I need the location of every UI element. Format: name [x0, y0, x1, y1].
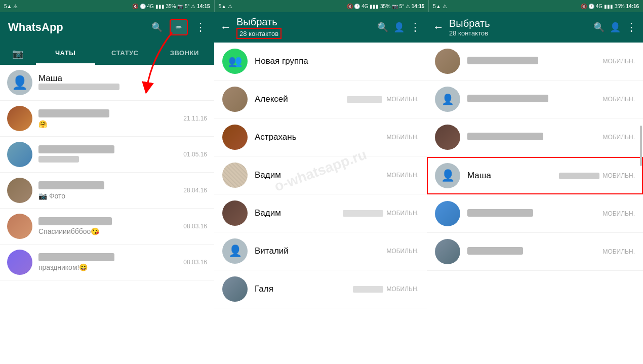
contact-info: Маша МОБИЛЬН. — [467, 171, 635, 181]
avatar: 👤 — [435, 87, 460, 112]
status-left-3: 5▲ ⚠ — [433, 4, 447, 9]
contact-item[interactable]: Галя МОБИЛЬН. — [214, 270, 427, 308]
contact-type: МОБИЛЬН. — [602, 248, 635, 255]
contact-list-2: МОБИЛЬН. 👤 МОБИЛЬН. МОБИЛЬН. — [427, 43, 643, 364]
contact-item[interactable]: МОБИЛЬН. — [427, 195, 643, 233]
avatar: 👤 — [222, 238, 248, 264]
chat-name — [38, 145, 177, 156]
chat-item[interactable]: 🤗 21.11.16 — [0, 101, 214, 137]
contact-info: МОБИЛЬН. — [467, 209, 635, 219]
contact-info: МОБИЛЬН. — [467, 247, 635, 257]
contact-type: МОБИЛЬН. — [386, 286, 419, 293]
scrollbar[interactable] — [640, 65, 642, 364]
contact-item[interactable]: 👤 Виталий МОБИЛЬН. — [214, 232, 427, 270]
chat-content: 🤗 — [38, 109, 177, 128]
contact-info: МОБИЛЬН. — [467, 57, 635, 66]
contact-info: МОБИЛЬН. — [467, 95, 635, 104]
contact-name: Вадим — [255, 208, 343, 218]
avatar — [7, 214, 32, 239]
chat-list: 👤 Маша 🤗 21.11.16 — [0, 65, 214, 364]
contacts-count-2: 28 контактов — [449, 29, 588, 37]
tab-status[interactable]: СТАТУС — [95, 43, 155, 65]
status-left-1: 5▲ ⚠ — [4, 4, 18, 9]
more-icon-2[interactable]: ⋮ — [626, 21, 637, 34]
select-title-2: Выбрать — [449, 18, 588, 29]
select-title: Выбрать — [236, 16, 372, 28]
chat-time: 01.05.16 — [183, 151, 207, 158]
chat-content: Спасиииибббоо😘 — [38, 217, 177, 235]
tab-camera[interactable]: 📷 — [0, 43, 36, 65]
chat-item[interactable]: 👤 Маша — [0, 65, 214, 101]
chat-name — [38, 109, 177, 120]
contact-type: МОБИЛЬН. — [602, 58, 635, 65]
avatar — [222, 200, 248, 226]
search-icon[interactable]: 🔍 — [377, 22, 388, 33]
chat-preview: 📷 Фото — [38, 192, 177, 200]
status-right-2: 🔇 🕐 4G ▮▮▮ 35% 📷 5° ⚠ 14:15 — [347, 4, 425, 9]
avatar — [222, 276, 248, 302]
search-icon[interactable]: 🔍 — [151, 22, 163, 33]
back-button-2[interactable]: ← — [433, 21, 444, 34]
contact-name: Вадим — [255, 170, 386, 180]
tab-calls[interactable]: ЗВОНКИ — [155, 43, 215, 65]
header-icons: 🔍 ✏ ⋮ — [151, 19, 206, 35]
contact-item[interactable]: Вадим МОБИЛЬН. — [214, 194, 427, 232]
select-header: ← Выбрать 28 контактов 🔍 👤 ⋮ — [214, 12, 427, 43]
chat-name — [38, 253, 177, 263]
chat-content: праздником!😄 — [38, 253, 177, 271]
contact-item[interactable]: МОБИЛЬН. — [427, 43, 643, 80]
tab-chats[interactable]: ЧАТЫ — [36, 43, 96, 65]
app-title: WhatsApp — [8, 21, 145, 34]
avatar — [222, 87, 248, 112]
compose-icon: ✏ — [176, 23, 182, 32]
contact-item[interactable]: Вадим МОБИЛЬН. — [214, 156, 427, 194]
chat-item[interactable]: 📷 Фото 28.04.16 — [0, 173, 214, 209]
contact-type: МОБИЛЬН. — [386, 248, 419, 255]
panel-main: WhatsApp 🔍 ✏ ⋮ 📷 ЧАТЫ — [0, 12, 214, 364]
avatar: 👤 — [7, 70, 32, 95]
chat-meta: 01.05.16 — [183, 151, 207, 158]
contact-item[interactable]: МОБИЛЬН. — [427, 233, 643, 271]
avatar — [435, 125, 460, 150]
contact-info: Алексей МОБИЛЬН. — [255, 94, 419, 104]
avatar — [222, 125, 248, 150]
compose-button[interactable]: ✏ — [170, 19, 188, 35]
chat-time: 21.11.16 — [183, 115, 207, 122]
more-icon[interactable]: ⋮ — [410, 21, 421, 34]
chat-item[interactable]: 01.05.16 — [0, 137, 214, 173]
contact-name: Астрахань — [255, 132, 386, 142]
avatar — [435, 201, 460, 226]
contact-item-highlighted[interactable]: 👤 Маша МОБИЛЬН. — [427, 157, 643, 194]
chat-preview: праздником!😄 — [38, 263, 177, 271]
contact-item[interactable]: МОБИЛЬН. — [427, 118, 643, 156]
contact-item[interactable]: 👤 МОБИЛЬН. — [427, 80, 643, 118]
chat-name — [38, 217, 177, 227]
avatar — [222, 163, 248, 188]
add-contact-icon[interactable]: 👤 — [393, 22, 405, 33]
status-bar-3: 5▲ ⚠ 🔇 🕐 4G ▮▮▮ 35% 14:16 — [429, 0, 643, 12]
contact-name: Галя — [255, 284, 353, 294]
contact-list: 👥 Новая группа Алексей МОБИЛЬН. Астрахан… — [214, 43, 427, 364]
more-icon[interactable]: ⋮ — [195, 21, 206, 34]
add-contact-icon-2[interactable]: 👤 — [610, 22, 621, 33]
contact-info: Астрахань МОБИЛЬН. — [255, 132, 419, 142]
select-title-block-2: Выбрать 28 контактов — [449, 18, 588, 37]
avatar: 👤 — [435, 163, 460, 188]
search-icon-2[interactable]: 🔍 — [593, 22, 605, 33]
contact-type: МОБИЛЬН. — [386, 96, 419, 103]
chat-item[interactable]: Спасиииибббоо😘 08.03.16 — [0, 209, 214, 245]
status-bar-2: 5▲ ⚠ 🔇 🕐 4G ▮▮▮ 35% 📷 5° ⚠ 14:15 — [215, 0, 429, 12]
back-button[interactable]: ← — [220, 21, 231, 34]
chat-preview: Спасиииибббоо😘 — [38, 227, 177, 235]
chat-meta: 08.03.16 — [183, 223, 207, 230]
chat-item[interactable]: праздником!😄 08.03.16 — [0, 245, 214, 280]
status-right-3: 🔇 🕐 4G ▮▮▮ 35% 14:16 — [581, 4, 639, 9]
contact-item[interactable]: Алексей МОБИЛЬН. — [214, 80, 427, 118]
chat-content — [38, 145, 177, 164]
contact-item-new-group[interactable]: 👥 Новая группа — [214, 43, 427, 80]
chat-preview — [38, 156, 177, 164]
select-header-2: ← Выбрать 28 контактов 🔍 👤 ⋮ — [427, 12, 643, 43]
contact-item[interactable]: Астрахань МОБИЛЬН. — [214, 118, 427, 156]
chat-preview — [38, 84, 207, 92]
chat-content: 📷 Фото — [38, 181, 177, 200]
